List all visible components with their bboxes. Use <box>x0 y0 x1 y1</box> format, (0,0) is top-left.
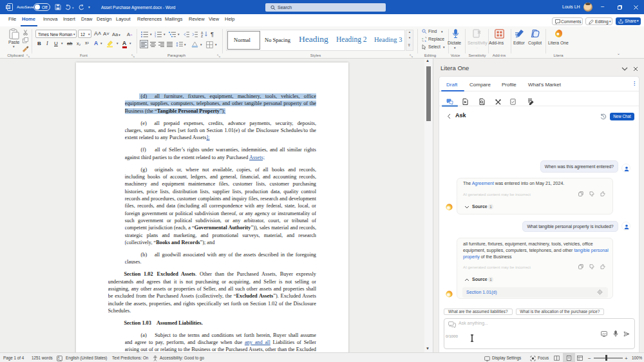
svg-text:W: W <box>6 5 10 9</box>
svg-text:A: A <box>58 356 60 359</box>
svg-text:Z: Z <box>201 34 203 37</box>
svg-text:3: 3 <box>155 35 156 37</box>
svg-text:a: a <box>422 37 424 40</box>
svg-text:b: b <box>425 39 427 42</box>
